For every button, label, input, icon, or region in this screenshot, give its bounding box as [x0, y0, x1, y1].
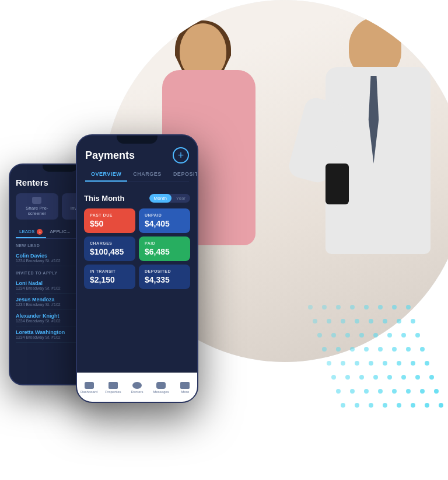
more-nav-item[interactable]: More [173, 382, 197, 394]
phone-notch-payments [117, 135, 158, 144]
deposits-tab[interactable]: DEPOSITS [167, 168, 198, 182]
payments-tabs: OVERVIEW CHARGES DEPOSITS [85, 168, 189, 182]
paid-value: $6,485 [145, 247, 184, 256]
decorative-dot [336, 389, 341, 394]
decorative-dot [420, 389, 425, 394]
decorative-dot [429, 375, 434, 380]
share-prescreener-button[interactable]: Share Pre-screener [16, 193, 58, 220]
decorative-dot [350, 305, 355, 309]
decorative-dot [341, 319, 345, 324]
period-toggle: Month Year [149, 194, 190, 203]
charges-label: CHARGES [90, 241, 130, 245]
decorative-dot [331, 333, 336, 338]
decorative-dot [359, 375, 364, 380]
renters-nav-label: Renters [131, 390, 144, 394]
in-transit-card: IN TRANSIT $2,150 [84, 265, 135, 289]
charges-tab[interactable]: CHARGES [127, 168, 167, 182]
messages-icon [156, 382, 166, 389]
decorative-dot [350, 389, 355, 394]
decorative-dot [317, 333, 322, 338]
decorative-dot [322, 305, 327, 309]
deposited-value: $4,335 [145, 275, 184, 284]
phone-notch [43, 165, 78, 172]
deposited-card: DEPOSITED $4,335 [139, 265, 190, 289]
decorative-dot [387, 375, 392, 380]
man-body [326, 67, 430, 254]
decorative-dot [369, 319, 373, 324]
renters-icon [132, 382, 142, 389]
decorative-dot [364, 347, 369, 352]
period-label: This Month [84, 194, 124, 203]
month-toggle-button[interactable]: Month [149, 194, 172, 203]
in-transit-label: IN TRANSIT [90, 269, 130, 273]
renters-nav-item[interactable]: Renters [125, 382, 149, 394]
decorative-dot [420, 347, 425, 352]
messages-nav-label: Messages [153, 390, 169, 394]
decorative-dot [350, 347, 355, 352]
decorative-dot [411, 403, 415, 408]
decorative-dot [327, 319, 331, 324]
paid-card: PAID $6,485 [139, 236, 190, 261]
decorative-dot [336, 347, 341, 352]
applicants-tab[interactable]: APPLIC... [46, 227, 74, 238]
decorative-dot [425, 361, 429, 366]
overview-tab[interactable]: OVERVIEW [85, 168, 127, 182]
in-transit-value: $2,150 [90, 275, 130, 284]
deposited-label: DEPOSITED [145, 269, 184, 273]
past-due-card: PAST DUE $50 [84, 208, 135, 233]
decorative-dot [383, 319, 387, 324]
decorative-dot [336, 305, 341, 309]
unpaid-value: $4,405 [145, 219, 184, 228]
decorative-dot [411, 361, 415, 366]
more-nav-label: More [181, 390, 190, 394]
decorative-dot [364, 389, 369, 394]
decorative-dot [439, 403, 443, 408]
share-button-label: Share Pre-screener [26, 206, 48, 216]
decorative-dot [341, 403, 345, 408]
overview-tab-label: OVERVIEW [91, 171, 121, 177]
properties-icon [108, 382, 118, 389]
decorative-dot [345, 333, 350, 338]
decorative-dot [359, 333, 364, 338]
decorative-dot [355, 361, 359, 366]
phone-payments: Payments + OVERVIEW CHARGES DEPOSITS Thi… [76, 134, 198, 403]
decorative-dot [345, 375, 350, 380]
decorative-dot [369, 361, 373, 366]
decorative-dot [387, 333, 392, 338]
decorative-dot [355, 319, 359, 324]
messages-nav-item[interactable]: Messages [149, 382, 173, 394]
dashboard-icon [85, 382, 94, 389]
decorative-dot [411, 319, 415, 324]
dashboard-nav-label: Dashboard [80, 390, 97, 394]
deposits-tab-label: DEPOSITS [173, 171, 198, 177]
decorative-dot [406, 389, 411, 394]
share-icon [32, 197, 41, 204]
payments-body: This Month Month Year PAST DUE $50 UNPAI… [77, 188, 197, 295]
decorative-dot [383, 403, 387, 408]
bottom-navigation: Dashboard Properties Renters Messages Mo… [77, 373, 197, 402]
decorative-dot [392, 389, 397, 394]
charges-card: CHARGES $100,485 [84, 236, 135, 261]
properties-nav-item[interactable]: Properties [101, 382, 125, 394]
add-payment-icon[interactable]: + [173, 147, 189, 164]
decorative-dot [397, 319, 401, 324]
man-figure [308, 18, 448, 309]
decorative-dot [401, 333, 406, 338]
decorative-dot [355, 403, 359, 408]
decorative-dot [397, 361, 401, 366]
decorative-dot [322, 347, 327, 352]
decorative-dot [378, 389, 383, 394]
charges-tab-label: CHARGES [133, 171, 162, 177]
phone-in-hand [326, 164, 349, 204]
dashboard-nav-item[interactable]: Dashboard [77, 382, 101, 394]
charges-value: $100,485 [90, 247, 130, 256]
year-toggle-button[interactable]: Year [172, 194, 190, 203]
past-due-label: PAST DUE [90, 213, 130, 217]
decorative-dot [313, 319, 317, 324]
leads-tab[interactable]: LEADS 1 [16, 227, 46, 238]
dots-pattern [308, 305, 436, 433]
decorative-dot [415, 375, 420, 380]
past-due-value: $50 [90, 219, 130, 228]
decorative-dot [383, 361, 387, 366]
unpaid-label: UNPAID [145, 213, 184, 217]
